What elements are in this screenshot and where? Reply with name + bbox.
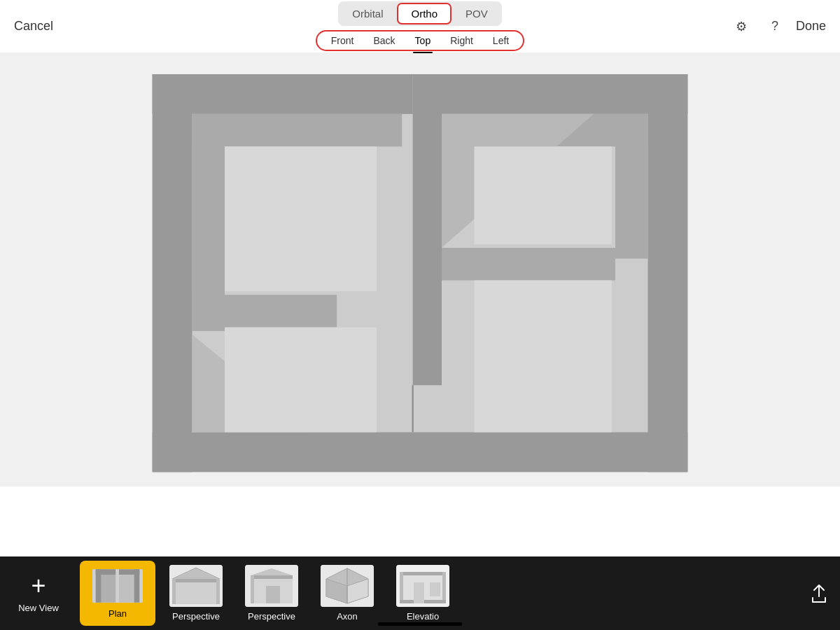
plus-icon: + — [31, 573, 46, 598]
help-icon: ? — [771, 19, 778, 34]
share-button[interactable] — [798, 556, 840, 630]
ortho-right-button[interactable]: Right — [447, 34, 476, 48]
perspective1-thumbnail — [169, 565, 223, 607]
svg-rect-16 — [225, 146, 377, 291]
plan-thumbnail — [91, 568, 144, 604]
svg-rect-38 — [251, 575, 293, 579]
perspective1-label: Perspective — [172, 611, 220, 622]
home-indicator — [378, 622, 462, 626]
plan-label: Plan — [108, 608, 127, 619]
svg-rect-55 — [430, 582, 440, 596]
axon-label: Axon — [337, 611, 358, 622]
svg-rect-19 — [225, 328, 377, 433]
view-mode-toggle: Orbital Ortho POV — [338, 1, 501, 26]
svg-rect-13 — [442, 248, 615, 281]
new-view-button[interactable]: + New View — [0, 556, 77, 630]
bottom-toolbar: + New View Plan — [0, 556, 840, 630]
perspective2-label: Perspective — [248, 611, 295, 622]
settings-button[interactable]: ⚙ — [729, 14, 754, 39]
settings-icon: ⚙ — [736, 19, 747, 34]
header-center: Orbital Ortho POV Front Back Top Right L… — [217, 1, 623, 51]
ortho-mode-button[interactable]: Ortho — [397, 3, 451, 24]
elevation-view-button[interactable]: Elevatio — [385, 556, 461, 630]
ortho-back-button[interactable]: Back — [370, 34, 398, 48]
plan-view-button[interactable]: Plan — [80, 561, 155, 626]
ortho-subnav: Front Back Top Right Left — [316, 30, 524, 51]
axon-view-button[interactable]: Axon — [309, 556, 385, 630]
svg-rect-17 — [475, 146, 612, 244]
svg-rect-50 — [400, 572, 446, 575]
elevation-thumbnail — [396, 565, 449, 607]
ortho-front-button[interactable]: Front — [328, 34, 357, 48]
svg-rect-5 — [648, 74, 688, 472]
svg-rect-27 — [134, 569, 140, 602]
svg-rect-52 — [442, 572, 446, 603]
new-view-label: New View — [18, 603, 59, 613]
share-icon — [811, 584, 827, 603]
svg-rect-18 — [475, 281, 612, 433]
floorplan-svg — [0, 52, 840, 486]
axon-thumbnail — [321, 565, 374, 607]
svg-rect-41 — [266, 586, 280, 603]
perspective2-thumbnail — [245, 565, 298, 607]
svg-rect-29 — [172, 579, 220, 604]
orbital-mode-button[interactable]: Orbital — [340, 4, 396, 23]
perspective2-view-button[interactable]: Perspective — [234, 556, 309, 630]
elevation-label: Elevatio — [407, 611, 439, 622]
header-right: ⚙ ? Done — [623, 14, 826, 39]
svg-rect-51 — [400, 572, 403, 603]
help-button[interactable]: ? — [762, 14, 788, 39]
cancel-button[interactable]: Cancel — [14, 19, 53, 34]
svg-rect-14 — [413, 74, 442, 385]
svg-rect-4 — [153, 74, 192, 472]
pov-mode-button[interactable]: POV — [453, 4, 500, 23]
svg-rect-32 — [216, 579, 220, 604]
svg-rect-31 — [172, 579, 176, 604]
header-left: Cancel — [14, 19, 217, 34]
main-viewport[interactable] — [0, 52, 840, 486]
app-header: Cancel Orbital Ortho POV Front Back Top … — [0, 0, 840, 52]
svg-rect-54 — [414, 582, 424, 603]
done-button[interactable]: Done — [796, 19, 826, 34]
svg-rect-30 — [172, 579, 220, 582]
perspective1-view-button[interactable]: Perspective — [158, 556, 234, 630]
svg-rect-39 — [251, 575, 254, 603]
ortho-top-button[interactable]: Top — [412, 34, 434, 48]
svg-rect-24 — [96, 569, 102, 602]
svg-rect-6 — [153, 433, 688, 472]
ortho-left-button[interactable]: Left — [490, 34, 512, 48]
svg-rect-11 — [615, 114, 648, 259]
svg-rect-9 — [192, 295, 337, 328]
